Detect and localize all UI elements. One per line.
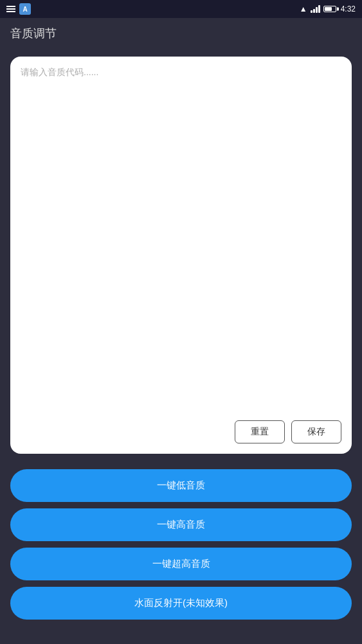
hamburger-icon [6, 6, 15, 12]
main-content: 重置 保存 [0, 49, 362, 461]
reset-button[interactable]: 重置 [235, 420, 285, 443]
water-reflect-button[interactable]: 水面反射开(未知效果) [10, 587, 352, 620]
status-time: 4:32 [341, 4, 356, 13]
save-button[interactable]: 保存 [291, 420, 341, 443]
battery-icon [323, 6, 336, 12]
app-logo-icon: A [19, 3, 31, 15]
signal-icon [311, 5, 320, 13]
high-quality-button[interactable]: 一键高音质 [10, 508, 352, 541]
status-bar-right: ▲ 4:32 [300, 4, 356, 13]
action-buttons-container: 一键低音质 一键高音质 一键超高音质 水面反射开(未知效果) [0, 461, 362, 627]
code-textarea[interactable] [21, 67, 341, 414]
low-quality-button[interactable]: 一键低音质 [10, 469, 352, 502]
wifi-icon: ▲ [300, 4, 307, 13]
status-bar-left: A [6, 3, 31, 15]
header: 音质调节 [0, 18, 362, 49]
ultra-quality-button[interactable]: 一键超高音质 [10, 548, 352, 580]
page-title: 音质调节 [10, 26, 57, 41]
code-card: 重置 保存 [10, 57, 352, 454]
status-bar: A ▲ 4:32 [0, 0, 362, 18]
card-actions: 重置 保存 [21, 420, 341, 443]
